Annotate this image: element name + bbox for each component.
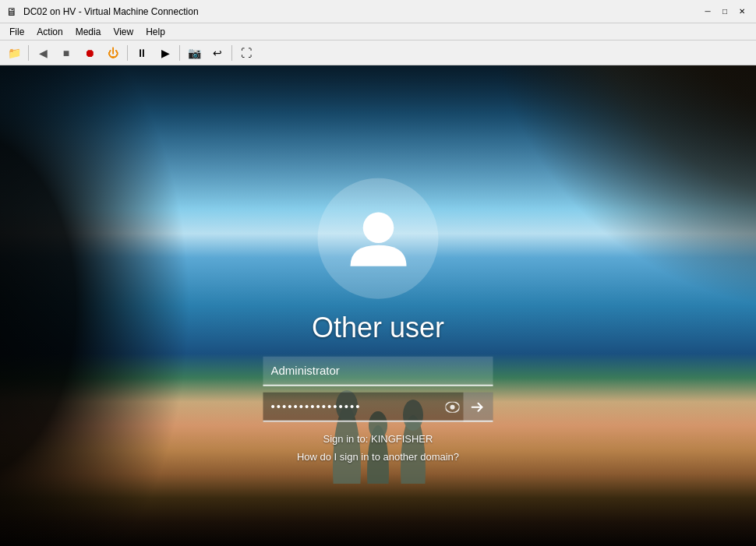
record-button[interactable]: ⏺ xyxy=(79,43,101,63)
power-button[interactable]: ⏻ xyxy=(102,43,124,63)
vm-screen[interactable]: Other user Sign in to: KINGFISHER How do… xyxy=(0,65,756,546)
password-container xyxy=(263,392,493,421)
username-input[interactable] xyxy=(263,356,493,386)
close-button[interactable]: ✕ xyxy=(734,4,750,19)
menu-file[interactable]: File xyxy=(3,23,30,40)
submit-button[interactable] xyxy=(464,392,493,421)
back-button[interactable]: ◀ xyxy=(32,43,54,63)
pause-button[interactable]: ⏸ xyxy=(131,43,153,63)
svg-point-6 xyxy=(362,212,394,243)
undo-button[interactable]: ↩ xyxy=(207,43,228,63)
toolbar-separator-2 xyxy=(127,45,128,61)
avatar-icon xyxy=(343,203,413,273)
menu-media[interactable]: Media xyxy=(69,23,108,40)
toolbar-separator-4 xyxy=(231,45,232,61)
toolbar-separator-1 xyxy=(28,45,29,61)
other-domain-link[interactable]: How do I sign in to another domain? xyxy=(297,450,459,462)
toolbar: 📁 ◀ ■ ⏺ ⏻ ⏸ ▶ 📷 ↩ ⛶ xyxy=(0,41,756,65)
menu-help[interactable]: Help xyxy=(140,23,171,40)
avatar-circle xyxy=(318,178,439,298)
fullscreen-button[interactable]: ⛶ xyxy=(235,43,257,63)
title-bar: 🖥 DC02 on HV - Virtual Machine Connectio… xyxy=(0,0,756,23)
cave-arch xyxy=(483,65,756,377)
show-password-button[interactable] xyxy=(442,396,464,417)
svg-point-8 xyxy=(450,404,455,409)
title-bar-icon: 🖥 xyxy=(6,5,17,18)
title-bar-controls: ─ □ ✕ xyxy=(700,4,750,19)
menu-view[interactable]: View xyxy=(107,23,140,40)
folder-button[interactable]: 📁 xyxy=(3,43,25,63)
title-bar-text: DC02 on HV - Virtual Machine Connection xyxy=(23,6,694,17)
login-panel: Other user Sign in to: KINGFISHER How do… xyxy=(263,178,493,462)
sign-in-to-label: Sign in to: KINGFISHER xyxy=(323,432,433,444)
maximize-button[interactable]: □ xyxy=(717,4,733,19)
menu-action[interactable]: Action xyxy=(30,23,69,40)
resume-button[interactable]: ▶ xyxy=(154,43,176,63)
screenshot-button[interactable]: 📷 xyxy=(183,43,205,63)
toolbar-separator-3 xyxy=(179,45,180,61)
minimize-button[interactable]: ─ xyxy=(700,4,715,19)
user-name-label: Other user xyxy=(312,311,444,343)
stop-button[interactable]: ■ xyxy=(55,43,77,63)
menu-bar: File Action Media View Help xyxy=(0,23,756,41)
